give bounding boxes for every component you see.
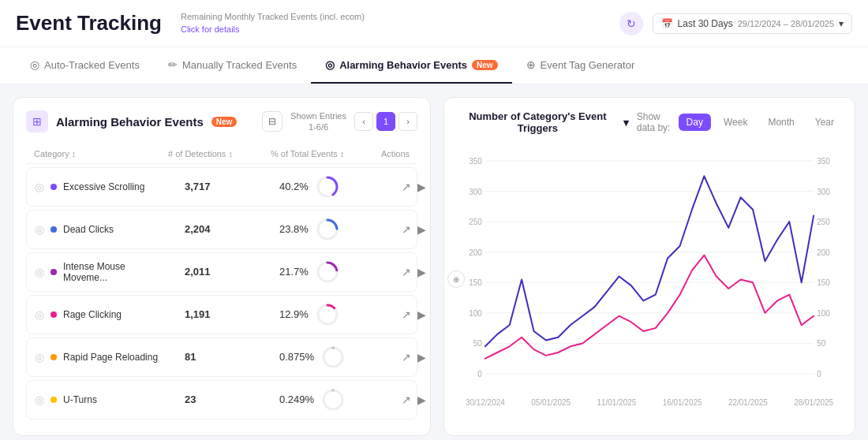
row-icon: ◎ xyxy=(35,351,44,364)
col-category: Category ↕ xyxy=(34,149,168,158)
entries-info: Shown Entries 1-6/6 xyxy=(290,110,346,133)
refresh-button[interactable]: ↻ xyxy=(619,12,643,35)
external-link-icon[interactable]: ↗ xyxy=(402,181,411,193)
row-dot xyxy=(51,269,57,275)
percent-circle xyxy=(322,389,344,411)
panel-title: Alarming Behavior Events xyxy=(56,115,204,129)
tab-alarming-behavior[interactable]: ◎ Alarming Behavior Events New xyxy=(311,47,511,84)
row-category: ◎ Rapid Page Reloading xyxy=(35,351,169,364)
video-icon[interactable]: ▶ xyxy=(417,308,426,321)
nav-tabs: ◎ Auto-Tracked Events ✏ Manually Tracked… xyxy=(0,47,868,84)
svg-text:0: 0 xyxy=(477,370,482,378)
external-link-icon[interactable]: ↗ xyxy=(402,393,411,406)
svg-text:100: 100 xyxy=(469,309,482,318)
row-actions: ↗ ▶ xyxy=(382,223,445,236)
col-percent: % of Total Events ↕ xyxy=(271,149,381,158)
row-category: ◎ U-Turns xyxy=(35,393,169,406)
row-dot xyxy=(51,354,57,360)
row-percent: 0.875% xyxy=(271,346,382,368)
video-icon[interactable]: ▶ xyxy=(417,181,426,193)
col-detections: # of Detections ↕ xyxy=(168,149,271,158)
row-dot xyxy=(51,311,57,318)
external-link-icon[interactable]: ↗ xyxy=(402,223,411,236)
video-icon[interactable]: ▶ xyxy=(417,223,426,236)
row-actions: ↗ ▶ xyxy=(382,351,445,364)
row-percent-val: 21.7% xyxy=(279,266,309,278)
row-icon: ◎ xyxy=(35,223,44,236)
period-year-button[interactable]: Year xyxy=(807,114,842,131)
chart-controls: Show data by: Day Week Month Year xyxy=(637,111,842,133)
external-link-icon[interactable]: ↗ xyxy=(402,308,411,321)
video-icon[interactable]: ▶ xyxy=(417,351,426,364)
svg-text:350: 350 xyxy=(817,157,830,166)
tag-tab-label: Event Tag Generator xyxy=(541,59,635,71)
chart-title-button[interactable]: Number of Category's Event Triggers ▾ xyxy=(457,110,629,134)
left-panel: ⊞ Alarming Behavior Events New ⊟ Shown E… xyxy=(13,97,431,436)
header-meta: Remaining Monthly Tracked Events (incl. … xyxy=(181,11,365,35)
next-page-button[interactable]: › xyxy=(398,112,417,131)
tab-auto-tracked[interactable]: ◎ Auto-Tracked Events xyxy=(16,47,154,84)
tab-manually-tracked[interactable]: ✏ Manually Tracked Events xyxy=(154,47,311,84)
row-dot xyxy=(51,226,57,233)
row-detections: 2,011 xyxy=(169,266,271,278)
svg-text:28/01/2025: 28/01/2025 xyxy=(794,398,833,407)
current-page-button[interactable]: 1 xyxy=(376,112,395,131)
manual-tab-label: Manually Tracked Events xyxy=(182,59,297,71)
video-icon[interactable]: ▶ xyxy=(417,266,426,278)
chevron-down-icon: ▾ xyxy=(839,18,844,29)
row-label: U-Turns xyxy=(63,394,97,405)
video-icon[interactable]: ▶ xyxy=(417,393,426,406)
row-label: Rage Clicking xyxy=(63,309,122,320)
row-detections: 23 xyxy=(169,393,271,405)
row-actions: ↗ ▶ xyxy=(382,393,445,406)
svg-text:16/01/2025: 16/01/2025 xyxy=(663,398,702,407)
svg-text:250: 250 xyxy=(469,218,482,226)
percent-circle xyxy=(316,304,339,326)
row-percent: 23.8% xyxy=(271,218,382,241)
period-day-button[interactable]: Day xyxy=(679,114,711,131)
prev-page-button[interactable]: ‹ xyxy=(354,112,373,131)
percent-circle xyxy=(316,176,339,198)
row-icon: ◎ xyxy=(35,308,44,321)
period-week-button[interactable]: Week xyxy=(716,114,755,131)
date-range-selector[interactable]: 📅 Last 30 Days 29/12/2024 – 28/01/2025 ▾ xyxy=(653,13,852,34)
svg-text:300: 300 xyxy=(469,188,482,196)
percent-circle xyxy=(316,218,339,241)
pagination: ‹ 1 › xyxy=(354,112,417,131)
alarming-tab-icon: ◎ xyxy=(325,58,335,71)
expand-button[interactable]: ⊕ xyxy=(447,270,465,288)
table-row: ◎ U-Turns 23 0.249% ↗ ▶ xyxy=(26,380,417,419)
chart-container: ⊕ 00505010010015015020020025025030030035… xyxy=(457,145,842,413)
row-dot xyxy=(51,397,57,403)
svg-text:350: 350 xyxy=(469,157,482,166)
entries-range: 1-6/6 xyxy=(290,121,346,132)
percent-circle xyxy=(316,261,339,283)
page-title: Event Tracking xyxy=(16,11,162,35)
filter-button[interactable]: ⊟ xyxy=(262,111,282,132)
row-label: Excessive Scrolling xyxy=(63,181,144,192)
row-category: ◎ Dead Clicks xyxy=(35,223,169,236)
header-right: ↻ 📅 Last 30 Days 29/12/2024 – 28/01/2025… xyxy=(619,12,852,35)
percent-circle xyxy=(322,346,344,368)
row-label: Rapid Page Reloading xyxy=(63,352,158,363)
svg-text:200: 200 xyxy=(469,248,482,257)
svg-text:150: 150 xyxy=(469,278,482,287)
row-actions: ↗ ▶ xyxy=(382,308,445,321)
row-percent-val: 0.875% xyxy=(279,351,314,363)
tab-event-tag-generator[interactable]: ⊕ Event Tag Generator xyxy=(512,47,649,84)
row-dot xyxy=(51,184,57,190)
row-percent: 40.2% xyxy=(271,176,382,198)
click-details-link[interactable]: Click for details xyxy=(181,24,240,34)
panel-controls: ⊟ Shown Entries 1-6/6 ‹ 1 › xyxy=(262,110,417,133)
external-link-icon[interactable]: ↗ xyxy=(402,351,411,364)
new-badge: New xyxy=(472,60,498,70)
row-percent-val: 12.9% xyxy=(279,308,309,320)
external-link-icon[interactable]: ↗ xyxy=(402,266,411,278)
table-row: ◎ Intense Mouse Moveme... 2,011 21.7% ↗ … xyxy=(26,252,417,292)
row-percent: 21.7% xyxy=(271,261,382,283)
svg-point-10 xyxy=(324,390,342,409)
chart-title-label: Number of Category's Event Triggers xyxy=(457,110,619,134)
period-month-button[interactable]: Month xyxy=(760,114,802,131)
row-detections: 2,204 xyxy=(169,223,271,235)
row-percent-val: 0.249% xyxy=(279,393,314,405)
